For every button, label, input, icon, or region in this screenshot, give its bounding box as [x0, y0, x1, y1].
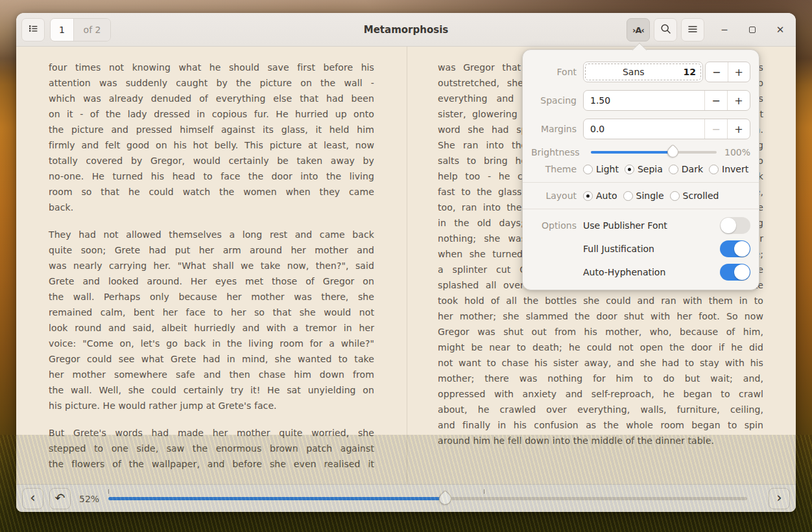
next-page-button[interactable]: ›	[769, 488, 790, 509]
font-family-value: Sans	[584, 67, 684, 77]
theme-radio-sepia[interactable]: Sepia	[625, 164, 663, 174]
option-name: Full Justification	[583, 244, 654, 254]
margins-input[interactable]: 0.0	[584, 119, 704, 139]
radio-circle-icon	[669, 165, 678, 174]
margins-decrease-button[interactable]: −	[705, 119, 727, 139]
popover-separator	[523, 182, 759, 183]
book-progress-slider[interactable]	[108, 497, 747, 500]
list-bullet-icon	[28, 23, 38, 36]
font-size-decrease-button[interactable]: −	[706, 62, 728, 82]
layout-radio-auto[interactable]: Auto	[583, 191, 617, 201]
progress-fill	[108, 497, 445, 500]
primary-menu-button[interactable]	[681, 18, 704, 41]
book-text-line: But Grete's words had made her mother qu…	[49, 425, 374, 441]
font-row: Font Sans 12 − +	[531, 62, 750, 82]
spacing-increase-button[interactable]: +	[728, 91, 750, 110]
close-icon: ✕	[776, 24, 785, 36]
spacing-decrease-button[interactable]: −	[705, 91, 727, 110]
book-text-line: Grete and looked around. Her eyes met th…	[49, 273, 374, 289]
book-text-line: Gregor was shut out from his mother, who…	[438, 324, 763, 340]
search-button[interactable]	[654, 18, 677, 41]
theme-radio-label: Light	[596, 164, 619, 174]
book-text-line: Gregor could see what Grete had in mind,…	[49, 351, 374, 367]
book-text-line: remained calm, bent her face to her so t…	[49, 305, 374, 320]
book-text-line: They had not allowed themselves a long r…	[49, 227, 374, 242]
book-text-line: the picture and pressed himself against …	[49, 122, 374, 137]
layout-radio-scrolled[interactable]: Scrolled	[670, 191, 719, 201]
toggle-switch-full-justification[interactable]	[720, 240, 750, 257]
page-divider	[407, 47, 407, 484]
close-button[interactable]: ✕	[770, 21, 790, 39]
theme-radio-dark[interactable]: Dark	[669, 164, 703, 174]
theme-radio-invert[interactable]: Invert	[709, 164, 748, 174]
back-to-location-button[interactable]: ↶	[49, 488, 71, 509]
maximize-icon	[749, 27, 756, 33]
brightness-label: Brightness	[531, 147, 577, 157]
font-settings-button[interactable]: ›A‹	[627, 18, 650, 41]
spacing-row: Spacing 1.50 − +	[531, 90, 750, 111]
theme-radio-label: Invert	[722, 164, 748, 174]
toc-sidebar-button[interactable]	[21, 18, 45, 41]
font-family-button[interactable]: Sans 12	[583, 62, 703, 82]
font-settings-popover: Font Sans 12 − + Spacing	[522, 49, 759, 290]
font-size-increase-button[interactable]: +	[728, 62, 750, 82]
margins-row: Margins 0.0 − +	[531, 119, 750, 139]
book-paragraph: They had not allowed themselves a long r…	[49, 227, 374, 413]
book-text-line: the wall. Well, she could certainly try …	[49, 382, 374, 398]
layout-radio-single[interactable]: Single	[623, 191, 664, 201]
previous-page-button[interactable]: ‹	[22, 488, 43, 509]
book-paragraph: But Grete's words had made her mother qu…	[49, 425, 374, 472]
book-text-line: might be near to death; he could not ope…	[438, 340, 763, 355]
ebook-reader-window: Metamorphosis 1 of 2 ›A‹	[16, 13, 796, 512]
chevron-right-icon: ›	[776, 491, 782, 505]
book-text-line: attention was suddenly caught by the pic…	[49, 75, 374, 91]
hamburger-icon	[687, 24, 698, 36]
theme-row: Theme LightSepiaDarkInvert	[531, 164, 750, 174]
book-text-line: stepped to one side, saw the enormous br…	[49, 441, 374, 456]
brightness-value: 100%	[723, 147, 750, 157]
brightness-slider-handle[interactable]	[665, 144, 680, 159]
progress-handle[interactable]	[436, 490, 454, 507]
switch-knob	[734, 241, 750, 257]
book-text-line: quite soon; Grete had put her arm around…	[49, 242, 374, 258]
layout-label: Layout	[531, 191, 577, 201]
book-text-line: firmly and felt good on his hot belly. T…	[49, 137, 374, 153]
switch-knob	[734, 264, 750, 280]
book-text-line: mother; there was nothing for him to do …	[438, 371, 763, 386]
book-text-line: back.	[49, 200, 374, 215]
layout-radio-label: Single	[636, 191, 664, 201]
book-text-line: look round and said, albeit hurriedly an…	[49, 320, 374, 336]
page-number-input[interactable]: 1	[51, 19, 74, 41]
book-text-line: took hold of all the bottles she could a…	[438, 293, 763, 308]
book-text-line: about, he crawled over everything, walls…	[438, 402, 763, 417]
brightness-slider[interactable]	[591, 151, 717, 154]
book-text-line: her mother; she slammed the door shut wi…	[438, 308, 763, 324]
maximize-button[interactable]	[743, 21, 762, 39]
book-text-line: was nearly carrying her. "What shall we …	[49, 258, 374, 273]
minimize-icon: ─	[722, 25, 727, 35]
page-number-entry[interactable]: 1 of 2	[50, 18, 111, 41]
layout-radio-label: Scrolled	[683, 191, 719, 201]
font-size-value: 12	[684, 67, 702, 77]
brightness-row: Brightness 100%	[531, 147, 750, 157]
option-row: Full Justification	[531, 240, 750, 257]
spacing-label: Spacing	[531, 95, 577, 106]
chapter-tick-mark	[484, 489, 484, 494]
theme-radio-label: Sepia	[638, 164, 663, 174]
theme-label: Theme	[531, 164, 577, 174]
minimize-button[interactable]: ─	[715, 21, 734, 39]
margins-label: Margins	[531, 124, 577, 134]
book-text-line: voice: "Come on, let's go back in the li…	[49, 336, 374, 351]
margins-increase-button[interactable]: +	[728, 119, 750, 139]
theme-radio-light[interactable]: Light	[583, 164, 619, 174]
toggle-switch-use-publisher-font[interactable]	[720, 217, 750, 234]
toggle-switch-auto-hyphenation[interactable]	[720, 264, 750, 281]
radio-circle-icon	[709, 165, 719, 174]
theme-radio-label: Dark	[682, 164, 703, 174]
option-name: Auto-Hyphenation	[583, 267, 665, 277]
window-title: Metamorphosis	[16, 13, 796, 47]
option-name: Use Publisher Font	[583, 220, 667, 231]
chevron-left-icon: ‹	[30, 491, 35, 505]
spacing-input[interactable]: 1.50	[584, 91, 704, 110]
book-text-line: the flowers of the wallpaper, and before…	[49, 456, 374, 472]
